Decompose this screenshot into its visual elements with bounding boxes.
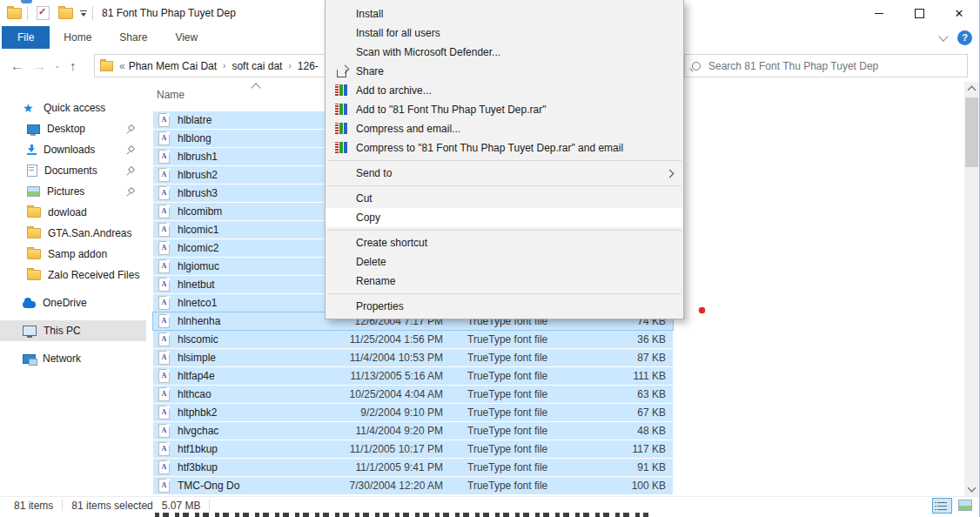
sidebar-item-desktop[interactable]: Desktop (0, 118, 146, 139)
menu-separator (327, 230, 681, 231)
file-row[interactable]: Ahlscomic11/25/2004 1:56 PMTrueType font… (153, 331, 673, 348)
sidebar-item-pictures[interactable]: Pictures (0, 181, 146, 202)
menu-item-delete[interactable]: Delete (326, 252, 683, 272)
sidebar-item-documents[interactable]: Documents (0, 160, 146, 181)
file-row[interactable]: ATMC-Ong Do7/30/2004 12:20 AMTrueType fo… (153, 477, 673, 494)
scroll-up-icon[interactable] (964, 82, 979, 96)
menu-item-copy[interactable]: Copy (326, 208, 683, 227)
sidebar-item-label: dowload (48, 206, 87, 218)
menu-item-share[interactable]: Share (326, 62, 683, 81)
sidebar-item-label: OneDrive (43, 297, 87, 309)
expand-ribbon-icon[interactable] (938, 31, 948, 41)
documents-icon (27, 164, 37, 177)
pin-icon (126, 167, 134, 175)
file-type: TrueType font file (467, 425, 598, 437)
close-button[interactable]: ✕ (939, 0, 979, 26)
pictures-icon (27, 186, 40, 197)
vertical-scrollbar[interactable] (964, 82, 979, 496)
breadcrumb-overflow-chevron[interactable]: « (119, 60, 125, 72)
caption-buttons: ✕ (859, 0, 979, 26)
help-button[interactable]: ? (957, 30, 972, 45)
scrollbar-thumb[interactable] (965, 97, 978, 167)
menu-item-label: Install (356, 8, 383, 20)
properties-qat-icon[interactable] (37, 6, 50, 20)
tab-view[interactable]: View (161, 26, 211, 49)
minimize-button[interactable] (859, 0, 899, 26)
file-name: hlcomic1 (178, 224, 308, 236)
menu-item-compress-to-81-font-thu-phap-tuyet-dep-rar-and-email[interactable]: Compress to "81 Font Thu Phap Tuyet Dep.… (326, 138, 683, 158)
breadcrumb-segment[interactable]: 126- (298, 60, 319, 72)
truetype-file-icon: A (158, 223, 170, 237)
menu-item-install[interactable]: Install (326, 4, 683, 24)
tab-home[interactable]: Home (50, 26, 105, 49)
titlebar-divider (27, 6, 28, 20)
menu-item-cut[interactable]: Cut (326, 189, 683, 208)
sidebar-item-label: Pictures (47, 185, 84, 198)
recent-locations-icon[interactable]: ⌄ (54, 49, 61, 82)
menu-item-install-for-all-users[interactable]: Install for all users (326, 24, 683, 43)
up-icon[interactable]: ↑ (70, 49, 77, 82)
file-row[interactable]: Ahlthcao10/25/2004 4:04 AMTrueType font … (153, 386, 673, 403)
partial-menu-item-icon (21, 0, 32, 3)
truetype-file-icon: A (158, 314, 170, 328)
menu-item-icon-spacer (335, 7, 349, 21)
sidebar-item-label: Network (43, 352, 81, 365)
back-icon[interactable]: ← (10, 49, 23, 82)
file-row[interactable]: Ahtf3bkup11/1/2005 9:41 PMTrueType font … (153, 459, 673, 476)
maximize-icon (915, 9, 924, 18)
sidebar-item-label: Documents (44, 164, 97, 177)
sidebar-item-network[interactable]: Network (0, 348, 146, 369)
sidebar-item-downloads[interactable]: Downloads (0, 139, 146, 160)
scroll-down-icon[interactable] (964, 482, 979, 496)
menu-item-properties[interactable]: Properties (326, 297, 683, 316)
file-name: hltphbk2 (178, 406, 308, 419)
new-folder-qat-icon[interactable] (58, 8, 73, 19)
truetype-file-icon: A (158, 479, 170, 493)
menu-item-icon-spacer (335, 274, 349, 288)
menu-item-add-to-81-font-thu-phap-tuyet-dep-rar[interactable]: Add to "81 Font Thu Phap Tuyet Dep.rar" (326, 100, 683, 119)
maximize-button[interactable] (899, 0, 939, 26)
thispc-icon (23, 326, 37, 336)
sidebar-item-this-pc[interactable]: This PC (0, 320, 146, 341)
menu-separator (327, 185, 681, 186)
menu-item-rename[interactable]: Rename (326, 272, 683, 291)
tab-file[interactable]: File (2, 26, 50, 49)
sidebar-item-label: Quick access (44, 102, 105, 114)
share-icon (335, 64, 349, 78)
menu-item-label: Add to archive... (356, 84, 432, 97)
large-icons-view-button[interactable] (956, 498, 974, 512)
folder-icon (27, 207, 41, 218)
sidebar-item-dowload[interactable]: dowload (0, 202, 146, 223)
file-date-modified: 11/1/2005 10:17 PM (308, 443, 443, 455)
qat-customize-dropdown-icon[interactable] (80, 10, 87, 17)
breadcrumb-segment[interactable]: Phan Mem Cai Dat (129, 60, 217, 72)
file-row[interactable]: Ahlvgchac11/4/2004 9:20 PMTrueType font … (153, 422, 673, 440)
sidebar-item-samp-addon[interactable]: Samp addon (0, 244, 146, 265)
menu-item-add-to-archive[interactable]: Add to archive... (326, 81, 683, 100)
sidebar-item-zalo-received-files[interactable]: Zalo Received Files (0, 265, 146, 285)
column-header-name[interactable]: Name (157, 89, 185, 101)
menu-item-create-shortcut[interactable]: Create shortcut (326, 233, 683, 252)
menu-item-send-to[interactable]: Send to (326, 164, 683, 183)
tab-share[interactable]: Share (105, 26, 161, 49)
menu-item-scan-with-microsoft-defender[interactable]: Scan with Microsoft Defender... (326, 43, 683, 62)
breadcrumb-separator-icon: › (288, 61, 291, 70)
menu-item-compress-and-email[interactable]: Compress and email... (326, 119, 683, 138)
truetype-file-icon: A (158, 113, 170, 127)
file-name: hlsimple (178, 352, 308, 364)
file-name: htf3bkup (178, 461, 308, 473)
sidebar-item-quick-access[interactable]: ★Quick access (0, 97, 146, 118)
background-text-fragment (155, 513, 648, 517)
file-row[interactable]: Ahltfap4e11/13/2005 5:16 AMTrueType font… (153, 367, 673, 385)
sidebar-item-gta-san-andreas[interactable]: GTA.San.Andreas (0, 223, 146, 244)
file-row[interactable]: Ahltphbk29/2/2004 9:10 PMTrueType font f… (153, 404, 673, 421)
sidebar-item-onedrive[interactable]: OneDrive (0, 292, 146, 313)
details-view-button[interactable] (932, 498, 952, 514)
breadcrumb-segment[interactable]: soft cai dat (232, 60, 282, 72)
file-size: 67 KB (598, 406, 666, 419)
search-input[interactable]: Search 81 Font Thu Phap Tuyet Dep (684, 54, 968, 77)
menu-item-label: Share (356, 65, 384, 77)
file-row[interactable]: Ahlsimple11/4/2004 10:53 PMTrueType font… (153, 349, 673, 366)
file-row[interactable]: Ahtf1bkup11/1/2005 10:17 PMTrueType font… (153, 440, 673, 458)
search-icon (692, 62, 701, 70)
